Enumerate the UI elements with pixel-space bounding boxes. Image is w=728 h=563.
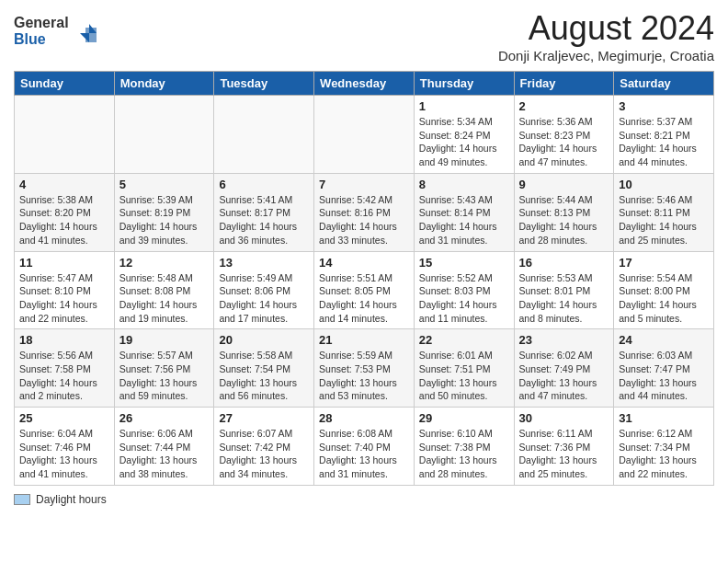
day-info: Sunrise: 5:39 AMSunset: 8:19 PMDaylight:… <box>119 193 210 247</box>
calendar-day-cell: 2Sunrise: 5:36 AMSunset: 8:23 PMDaylight… <box>514 96 614 174</box>
logo-text: General Blue <box>14 9 106 54</box>
day-number: 15 <box>419 256 509 270</box>
day-number: 22 <box>419 333 509 347</box>
day-info: Sunrise: 5:59 AMSunset: 7:53 PMDaylight:… <box>319 349 409 403</box>
day-number: 16 <box>519 256 609 270</box>
day-number: 28 <box>319 411 409 425</box>
calendar-day-cell: 16Sunrise: 5:53 AMSunset: 8:01 PMDayligh… <box>514 251 614 329</box>
day-number: 13 <box>219 256 309 270</box>
calendar-day-cell: 31Sunrise: 6:12 AMSunset: 7:34 PMDayligh… <box>614 408 714 486</box>
weekday-header: Tuesday <box>214 72 314 96</box>
calendar-day-cell: 22Sunrise: 6:01 AMSunset: 7:51 PMDayligh… <box>414 329 514 408</box>
day-info: Sunrise: 6:10 AMSunset: 7:38 PMDaylight:… <box>419 427 509 481</box>
location: Donji Kraljevec, Megimurje, Croatia <box>498 48 714 63</box>
calendar-day-cell: 8Sunrise: 5:43 AMSunset: 8:14 PMDaylight… <box>414 173 514 251</box>
day-info: Sunrise: 5:58 AMSunset: 7:54 PMDaylight:… <box>219 349 309 403</box>
day-info: Sunrise: 5:54 AMSunset: 8:00 PMDaylight:… <box>619 271 709 326</box>
day-info: Sunrise: 5:47 AMSunset: 8:10 PMDaylight:… <box>19 271 109 326</box>
day-info: Sunrise: 6:03 AMSunset: 7:47 PMDaylight:… <box>619 349 709 403</box>
calendar-day-cell: 3Sunrise: 5:37 AMSunset: 8:21 PMDaylight… <box>614 96 714 174</box>
calendar-week-row: 18Sunrise: 5:56 AMSunset: 7:58 PMDayligh… <box>15 329 714 408</box>
legend-color-box <box>14 494 30 505</box>
svg-marker-3 <box>85 28 97 42</box>
day-number: 7 <box>319 178 409 191</box>
calendar-day-cell: 1Sunrise: 5:34 AMSunset: 8:24 PMDaylight… <box>414 96 514 174</box>
day-info: Sunrise: 5:37 AMSunset: 8:21 PMDaylight:… <box>619 115 709 169</box>
calendar-day-cell: 21Sunrise: 5:59 AMSunset: 7:53 PMDayligh… <box>314 329 415 408</box>
day-info: Sunrise: 5:51 AMSunset: 8:05 PMDaylight:… <box>319 271 409 326</box>
calendar-day-cell: 26Sunrise: 6:06 AMSunset: 7:44 PMDayligh… <box>114 408 214 486</box>
calendar-day-cell: 15Sunrise: 5:52 AMSunset: 8:03 PMDayligh… <box>414 251 514 329</box>
calendar-day-cell: 5Sunrise: 5:39 AMSunset: 8:19 PMDaylight… <box>114 173 214 251</box>
day-number: 4 <box>19 178 109 191</box>
calendar-day-cell <box>114 96 214 174</box>
calendar-day-cell: 24Sunrise: 6:03 AMSunset: 7:47 PMDayligh… <box>614 329 714 408</box>
day-number: 5 <box>119 178 210 191</box>
calendar-day-cell: 27Sunrise: 6:07 AMSunset: 7:42 PMDayligh… <box>214 408 314 486</box>
day-number: 6 <box>219 178 309 191</box>
legend: Daylight hours <box>14 493 714 506</box>
day-info: Sunrise: 6:11 AMSunset: 7:36 PMDaylight:… <box>519 427 609 481</box>
day-info: Sunrise: 5:44 AMSunset: 8:13 PMDaylight:… <box>519 193 609 247</box>
weekday-header: Thursday <box>414 72 514 96</box>
calendar-day-cell: 13Sunrise: 5:49 AMSunset: 8:06 PMDayligh… <box>214 251 314 329</box>
calendar-day-cell <box>15 96 115 174</box>
day-info: Sunrise: 5:53 AMSunset: 8:01 PMDaylight:… <box>519 271 609 326</box>
calendar-day-cell: 28Sunrise: 6:08 AMSunset: 7:40 PMDayligh… <box>314 408 415 486</box>
day-info: Sunrise: 6:02 AMSunset: 7:49 PMDaylight:… <box>519 349 609 403</box>
day-number: 20 <box>219 333 309 347</box>
calendar-day-cell: 17Sunrise: 5:54 AMSunset: 8:00 PMDayligh… <box>614 251 714 329</box>
day-number: 25 <box>19 411 109 425</box>
day-info: Sunrise: 5:56 AMSunset: 7:58 PMDaylight:… <box>19 349 109 403</box>
calendar-day-cell: 29Sunrise: 6:10 AMSunset: 7:38 PMDayligh… <box>414 408 514 486</box>
day-number: 23 <box>519 333 609 347</box>
day-number: 3 <box>619 99 709 113</box>
logo: General Blue <box>14 9 106 54</box>
calendar-day-cell: 4Sunrise: 5:38 AMSunset: 8:20 PMDaylight… <box>15 173 115 251</box>
day-number: 11 <box>19 256 109 270</box>
calendar-day-cell: 30Sunrise: 6:11 AMSunset: 7:36 PMDayligh… <box>514 408 614 486</box>
calendar-week-row: 4Sunrise: 5:38 AMSunset: 8:20 PMDaylight… <box>15 173 714 251</box>
day-info: Sunrise: 5:42 AMSunset: 8:16 PMDaylight:… <box>319 193 409 247</box>
day-number: 8 <box>419 178 509 191</box>
legend-label: Daylight hours <box>36 493 107 506</box>
calendar-day-cell <box>214 96 314 174</box>
month-title: August 2024 <box>498 9 714 48</box>
day-number: 27 <box>219 411 309 425</box>
calendar-day-cell: 10Sunrise: 5:46 AMSunset: 8:11 PMDayligh… <box>614 173 714 251</box>
weekday-header: Monday <box>114 72 214 96</box>
day-info: Sunrise: 5:36 AMSunset: 8:23 PMDaylight:… <box>519 115 609 169</box>
calendar-day-cell <box>314 96 415 174</box>
day-info: Sunrise: 5:41 AMSunset: 8:17 PMDaylight:… <box>219 193 309 247</box>
weekday-header: Sunday <box>15 72 115 96</box>
day-info: Sunrise: 5:34 AMSunset: 8:24 PMDaylight:… <box>419 115 509 169</box>
day-number: 21 <box>319 333 409 347</box>
day-number: 31 <box>619 411 709 425</box>
title-block: August 2024 Donji Kraljevec, Megimurje, … <box>498 9 714 63</box>
day-info: Sunrise: 5:48 AMSunset: 8:08 PMDaylight:… <box>119 271 210 326</box>
calendar-day-cell: 25Sunrise: 6:04 AMSunset: 7:46 PMDayligh… <box>15 408 115 486</box>
day-info: Sunrise: 6:01 AMSunset: 7:51 PMDaylight:… <box>419 349 509 403</box>
calendar-day-cell: 6Sunrise: 5:41 AMSunset: 8:17 PMDaylight… <box>214 173 314 251</box>
calendar-day-cell: 12Sunrise: 5:48 AMSunset: 8:08 PMDayligh… <box>114 251 214 329</box>
weekday-header: Wednesday <box>314 72 415 96</box>
calendar-day-cell: 9Sunrise: 5:44 AMSunset: 8:13 PMDaylight… <box>514 173 614 251</box>
day-number: 1 <box>419 99 509 113</box>
calendar-day-cell: 19Sunrise: 5:57 AMSunset: 7:56 PMDayligh… <box>114 329 214 408</box>
weekday-header: Friday <box>514 72 614 96</box>
day-number: 14 <box>319 256 409 270</box>
day-number: 9 <box>519 178 609 191</box>
day-number: 12 <box>119 256 210 270</box>
calendar-table: SundayMondayTuesdayWednesdayThursdayFrid… <box>14 71 714 486</box>
day-number: 2 <box>519 99 609 113</box>
calendar-week-row: 1Sunrise: 5:34 AMSunset: 8:24 PMDaylight… <box>15 96 714 174</box>
day-info: Sunrise: 5:46 AMSunset: 8:11 PMDaylight:… <box>619 193 709 247</box>
svg-text:Blue: Blue <box>14 31 46 47</box>
day-number: 10 <box>619 178 709 191</box>
calendar-day-cell: 11Sunrise: 5:47 AMSunset: 8:10 PMDayligh… <box>15 251 115 329</box>
day-number: 26 <box>119 411 210 425</box>
calendar-week-row: 11Sunrise: 5:47 AMSunset: 8:10 PMDayligh… <box>15 251 714 329</box>
day-info: Sunrise: 5:49 AMSunset: 8:06 PMDaylight:… <box>219 271 309 326</box>
day-number: 29 <box>419 411 509 425</box>
day-number: 19 <box>119 333 210 347</box>
